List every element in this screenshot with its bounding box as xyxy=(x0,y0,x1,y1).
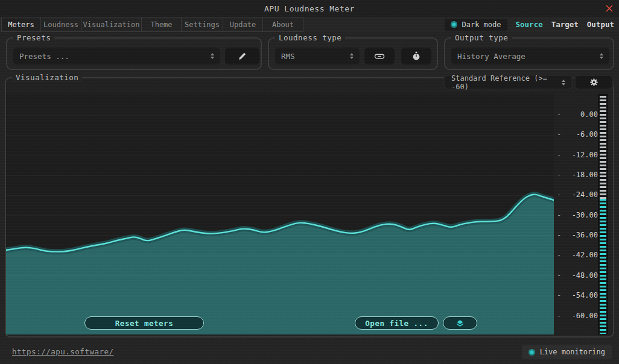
loudness-type-value: RMS xyxy=(281,52,295,61)
live-monitoring-dot-icon xyxy=(529,349,535,356)
y-tick--54.00: --54.00 xyxy=(554,291,598,300)
tab-bar-right: Dark mode Source Target Output xyxy=(445,17,615,32)
footer-bar: https://apu.software/ Live monitoring xyxy=(0,341,619,364)
visualization-legend: Visualization xyxy=(12,73,82,82)
y-tick-value: -18.00 xyxy=(572,171,598,179)
y-tick-value: -12.00 xyxy=(572,151,598,159)
output-type-legend: Output type xyxy=(451,33,512,42)
nav-target[interactable]: Target xyxy=(551,20,579,29)
output-type-dropdown[interactable]: History Average xyxy=(451,48,609,64)
y-tick-mark: - xyxy=(557,151,561,159)
link-channels-button[interactable] xyxy=(364,48,395,64)
output-type-value: History Average xyxy=(457,52,525,61)
chart-canvas xyxy=(6,93,554,334)
y-tick-mark: - xyxy=(557,110,561,119)
y-tick-mark: - xyxy=(557,130,561,139)
y-tick-value: 0.00 xyxy=(580,110,598,119)
dropdown-arrows-icon xyxy=(211,53,214,59)
loudness-type-dropdown[interactable]: RMS xyxy=(275,48,360,64)
tab-visualization[interactable]: Visualization xyxy=(81,17,142,32)
title-bar: APU Loudness Meter xyxy=(0,0,619,17)
y-tick--30.00: --30.00 xyxy=(554,211,598,219)
loudness-history-chart xyxy=(6,93,554,334)
y-tick-value: -54.00 xyxy=(572,291,598,300)
dropdown-arrows-icon xyxy=(600,53,603,59)
tab-settings[interactable]: Settings xyxy=(181,17,223,32)
dark-mode-label: Dark mode xyxy=(462,20,501,29)
visualization-settings-button[interactable] xyxy=(576,76,612,89)
layers-button[interactable] xyxy=(443,316,477,330)
y-tick-value: -6.00 xyxy=(576,130,598,139)
meter-level-segment xyxy=(600,199,606,334)
y-axis-labels: -0.00--6.00--12.00--18.00--24.00--30.00-… xyxy=(554,93,598,334)
stopwatch-icon xyxy=(411,51,421,61)
output-type-group: Output type History Average xyxy=(444,37,614,70)
dropdown-arrows-icon xyxy=(562,80,565,86)
nav-output[interactable]: Output xyxy=(587,20,614,29)
live-monitoring-label: Live monitoring xyxy=(540,348,605,356)
app-window: APU Loudness Meter MetersLoudnessVisuali… xyxy=(0,0,619,364)
open-file-label: Open file ... xyxy=(365,319,428,328)
dark-mode-toggle-dot-icon xyxy=(451,21,457,28)
y-tick--24.00: --24.00 xyxy=(554,190,598,199)
y-tick-value: -36.00 xyxy=(572,231,598,239)
y-tick--6.00: --6.00 xyxy=(554,130,598,139)
y-tick-mark: - xyxy=(557,251,561,259)
y-tick-mark: - xyxy=(557,312,561,320)
website-link[interactable]: https://apu.software/ xyxy=(12,347,114,356)
y-tick-mark: - xyxy=(557,271,561,280)
reference-dropdown-value: Standard Reference (>= -60) xyxy=(451,74,562,91)
y-tick-value: -48.00 xyxy=(572,271,598,280)
meter-headroom-segment xyxy=(600,96,606,199)
dark-mode-toggle[interactable]: Dark mode xyxy=(445,19,507,31)
close-icon xyxy=(605,4,614,13)
open-file-button[interactable]: Open file ... xyxy=(355,316,439,330)
nav-source[interactable]: Source xyxy=(516,20,543,29)
level-meter-bar xyxy=(598,94,608,334)
momentary-time-button[interactable] xyxy=(401,48,431,64)
reset-meters-label: Reset meters xyxy=(115,319,173,328)
y-tick-mark: - xyxy=(557,190,561,199)
tab-meters[interactable]: Meters xyxy=(1,17,41,32)
link-icon xyxy=(374,52,385,61)
y-tick--18.00: --18.00 xyxy=(554,171,598,179)
tab-update[interactable]: Update xyxy=(223,17,263,32)
reference-dropdown[interactable]: Standard Reference (>= -60) xyxy=(445,76,571,89)
pencil-icon xyxy=(238,52,247,61)
live-monitoring-toggle[interactable]: Live monitoring xyxy=(522,345,612,359)
presets-dropdown-value: Presets ... xyxy=(19,52,69,61)
window-title: APU Loudness Meter xyxy=(0,4,619,13)
tab-about[interactable]: About xyxy=(262,17,303,32)
y-tick-0.00: -0.00 xyxy=(554,110,598,119)
y-tick-value: -30.00 xyxy=(572,211,598,219)
y-tick--36.00: --36.00 xyxy=(554,231,598,239)
loudness-type-group: Loudness type RMS xyxy=(268,37,438,70)
tab-loudness[interactable]: Loudness xyxy=(40,17,81,32)
y-tick-mark: - xyxy=(557,171,561,179)
presets-legend: Presets xyxy=(13,33,54,42)
layers-icon xyxy=(456,319,465,328)
loudness-type-legend: Loudness type xyxy=(275,33,345,42)
y-tick--42.00: --42.00 xyxy=(554,251,598,259)
edit-preset-button[interactable] xyxy=(225,48,259,64)
y-tick--12.00: --12.00 xyxy=(554,151,598,159)
tab-theme[interactable]: Theme xyxy=(141,17,182,32)
y-tick-value: -60.00 xyxy=(572,312,598,320)
presets-group: Presets Presets ... xyxy=(6,37,262,70)
y-tick-mark: - xyxy=(557,231,561,239)
dropdown-arrows-icon xyxy=(350,53,354,59)
y-tick--48.00: --48.00 xyxy=(554,271,598,280)
y-tick--60.00: --60.00 xyxy=(554,312,598,320)
y-tick-value: -42.00 xyxy=(572,251,598,259)
close-button[interactable] xyxy=(605,4,614,13)
y-tick-mark: - xyxy=(557,211,561,219)
reset-meters-button[interactable]: Reset meters xyxy=(84,316,204,330)
gear-icon xyxy=(589,78,598,87)
y-tick-value: -24.00 xyxy=(572,190,598,199)
y-tick-mark: - xyxy=(557,291,561,300)
presets-dropdown[interactable]: Presets ... xyxy=(13,48,220,64)
